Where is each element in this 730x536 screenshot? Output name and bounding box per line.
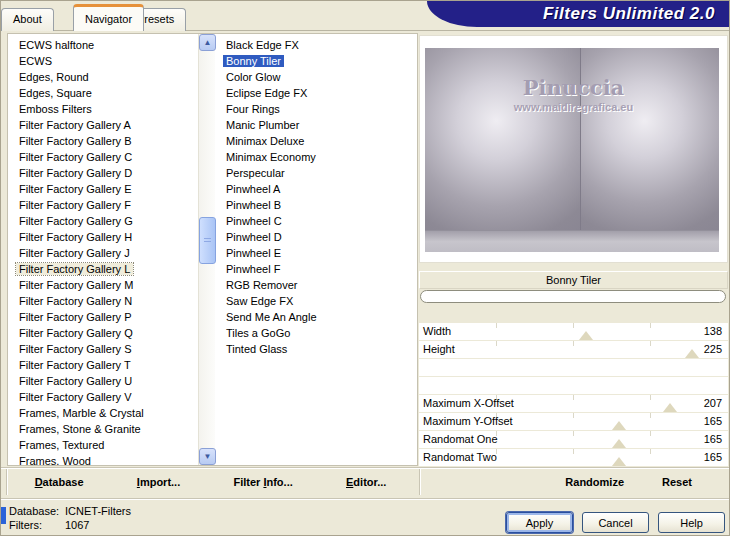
filter-item[interactable]: Black Edge FX <box>215 37 417 53</box>
category-item[interactable]: Filter Factory Gallery V <box>8 389 198 405</box>
category-item[interactable]: Filter Factory Gallery G <box>8 213 198 229</box>
slider-marker[interactable] <box>612 457 626 466</box>
filter-item[interactable]: Tiles a GoGo <box>215 325 417 341</box>
slider-row[interactable]: Randomat Two 165 <box>419 449 728 466</box>
scrollbar-thumb[interactable] <box>199 217 216 264</box>
slider-row[interactable]: Width 138 <box>419 323 728 340</box>
filter-item[interactable]: Eclipse Edge FX <box>215 85 417 101</box>
category-item[interactable]: ECWS halftone <box>8 37 198 53</box>
category-item[interactable]: Filter Factory Gallery S <box>8 341 198 357</box>
scroll-up-icon[interactable]: ▲ <box>199 34 216 51</box>
category-item[interactable]: Filter Factory Gallery N <box>8 293 198 309</box>
category-item-label: Filter Factory Gallery T <box>16 359 134 371</box>
slider-marker[interactable] <box>579 331 593 340</box>
slider-row[interactable] <box>419 377 728 394</box>
filter-item[interactable]: Pinwheel A <box>215 181 417 197</box>
filter-item[interactable]: Perspecular <box>215 165 417 181</box>
filter-item[interactable]: Saw Edge FX <box>215 293 417 309</box>
filter-item[interactable]: Pinwheel D <box>215 229 417 245</box>
toolbar-button[interactable]: Database <box>35 476 84 488</box>
category-item-label: Edges, Square <box>16 87 95 99</box>
category-item[interactable]: ECWS <box>8 53 198 69</box>
filter-item[interactable]: RGB Remover <box>215 277 417 293</box>
category-item[interactable]: Filter Factory Gallery B <box>8 133 198 149</box>
filter-item[interactable]: Four Rings <box>215 101 417 117</box>
slider-row[interactable]: Maximum Y-Offset 165 <box>419 413 728 430</box>
apply-button[interactable]: Apply <box>506 512 573 533</box>
category-item[interactable]: Filter Factory Gallery A <box>8 117 198 133</box>
filter-item[interactable]: Pinwheel B <box>215 197 417 213</box>
slider-marker[interactable] <box>612 421 626 430</box>
category-item[interactable]: Filter Factory Gallery C <box>8 149 198 165</box>
database-value: ICNET-Filters <box>65 504 131 518</box>
category-item[interactable]: Frames, Textured <box>8 437 198 453</box>
category-item[interactable]: Filter Factory Gallery P <box>8 309 198 325</box>
filter-item-label: Manic Plumber <box>223 119 302 131</box>
filter-item-label: Tinted Glass <box>223 343 290 355</box>
category-item-label: Filter Factory Gallery F <box>16 199 134 211</box>
category-item[interactable]: Filter Factory Gallery M <box>8 277 198 293</box>
toolbar-button[interactable]: Editor... <box>346 476 386 488</box>
slider-marker[interactable] <box>685 349 699 358</box>
category-item-label: Filter Factory Gallery E <box>16 183 134 195</box>
slider-stack: Width 138 Height 225 Maximum X-Offse <box>419 323 728 467</box>
slider-value: 165 <box>704 433 722 445</box>
category-item-label: Filter Factory Gallery P <box>16 311 134 323</box>
slider-marker[interactable] <box>612 439 626 448</box>
preview-tile-left <box>425 48 581 230</box>
tab[interactable]: Navigator <box>73 4 144 31</box>
filter-item[interactable]: Manic Plumber <box>215 117 417 133</box>
category-item[interactable]: Filter Factory Gallery F <box>8 197 198 213</box>
category-item[interactable]: Filter Factory Gallery Q <box>8 325 198 341</box>
slider-row[interactable]: Randomat One 165 <box>419 431 728 448</box>
category-item[interactable]: Filter Factory Gallery J <box>8 245 198 261</box>
category-item[interactable]: Filter Factory Gallery E <box>8 181 198 197</box>
filter-item[interactable]: Tinted Glass <box>215 341 417 357</box>
category-item-label: Filter Factory Gallery L <box>16 263 133 275</box>
preview-tiles <box>425 48 719 230</box>
slider-row[interactable]: Maximum X-Offset 207 <box>419 395 728 412</box>
slider-row[interactable]: Height 225 <box>419 341 728 358</box>
filter-item-label: Perspecular <box>223 167 288 179</box>
category-item-label: Filter Factory Gallery J <box>16 247 133 259</box>
slider-value: 165 <box>704 451 722 463</box>
category-item[interactable]: Emboss Filters <box>8 101 198 117</box>
list-area: ECWS halftone ECWS Edges, Round Edges, S… <box>7 33 418 466</box>
category-item[interactable]: Frames, Wood <box>8 453 198 465</box>
filter-item[interactable]: Send Me An Angle <box>215 309 417 325</box>
filter-item[interactable]: Pinwheel F <box>215 261 417 277</box>
filter-list[interactable]: Black Edge FX Bonny Tiler Color Glow Ecl… <box>215 34 417 465</box>
category-item[interactable]: Filter Factory Gallery H <box>8 229 198 245</box>
category-list[interactable]: ECWS halftone ECWS Edges, Round Edges, S… <box>8 34 198 465</box>
scroll-down-icon[interactable]: ▼ <box>199 448 216 465</box>
category-item[interactable]: Frames, Marble & Crystal <box>8 405 198 421</box>
filter-item[interactable]: Color Glow <box>215 69 417 85</box>
category-scrollbar[interactable]: ▲ ▼ <box>198 34 215 465</box>
category-item[interactable]: Filter Factory Gallery L <box>8 261 198 277</box>
slider-label: Width <box>423 325 451 337</box>
toolbar-button[interactable]: Randomize <box>565 476 624 488</box>
filter-item-label: RGB Remover <box>223 279 301 291</box>
category-item[interactable]: Edges, Round <box>8 69 198 85</box>
toolbar-button[interactable]: Import... <box>137 476 180 488</box>
category-item[interactable]: Filter Factory Gallery T <box>8 357 198 373</box>
category-item[interactable]: Edges, Square <box>8 85 198 101</box>
toolbar-button[interactable]: Filter Info... <box>233 476 292 488</box>
cancel-button[interactable]: Cancel <box>582 512 649 533</box>
filter-item[interactable]: Bonny Tiler <box>215 53 417 69</box>
slider-marker[interactable] <box>663 403 677 412</box>
category-item[interactable]: Filter Factory Gallery U <box>8 373 198 389</box>
filter-item[interactable]: Pinwheel E <box>215 245 417 261</box>
filters-unlimited-dialog: Navigator Presets About Filters Unlimite… <box>0 0 730 536</box>
help-button[interactable]: Help <box>658 512 725 533</box>
filter-item[interactable]: Minimax Deluxe <box>215 133 417 149</box>
toolbar-button[interactable]: Reset <box>662 476 692 488</box>
filter-item[interactable]: Minimax Economy <box>215 149 417 165</box>
category-item[interactable]: Frames, Stone & Granite <box>8 421 198 437</box>
category-item-label: Filter Factory Gallery G <box>16 215 136 227</box>
slider-row[interactable] <box>419 359 728 376</box>
app-title: Filters Unlimited 2.0 <box>543 4 715 24</box>
category-item[interactable]: Filter Factory Gallery D <box>8 165 198 181</box>
tab[interactable]: About <box>1 8 54 31</box>
filter-item[interactable]: Pinwheel C <box>215 213 417 229</box>
